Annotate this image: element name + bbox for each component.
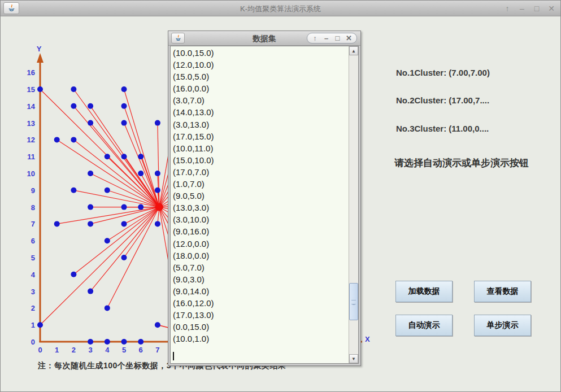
data-point [88, 221, 93, 227]
data-point [71, 137, 76, 142]
list-item: (16.0,12.0) [173, 297, 349, 309]
data-point [155, 171, 160, 176]
list-item: (5.0,7.0) [173, 262, 349, 273]
data-point [88, 289, 93, 294]
list-item: (13.0,3.0) [173, 202, 349, 214]
scroll-down-button[interactable]: ▼ [349, 354, 358, 363]
list-item: (1.0,7.0) [173, 178, 349, 190]
dialog-titlebar[interactable]: 数据集 ↑ – □ ✕ [168, 31, 360, 46]
y-tick-label: 16 [27, 68, 35, 77]
data-point [121, 339, 127, 345]
x-tick-label: 7 [155, 346, 159, 354]
cluster-line [90, 123, 159, 207]
dialog-shade-up-icon[interactable]: ↑ [311, 33, 319, 43]
dataset-dialog: 数据集 ↑ – □ ✕ (10.0,15.0)(12.0,10.0)(15.0,… [168, 31, 361, 366]
x-tick-label: 0 [38, 346, 42, 354]
list-item: (12.0,10.0) [173, 59, 349, 71]
data-point [88, 103, 93, 109]
data-point [105, 154, 110, 159]
data-point [71, 86, 76, 92]
list-item: (12.0,0.0) [173, 238, 349, 250]
y-tick-label: 10 [27, 169, 35, 178]
data-point [121, 120, 127, 126]
y-tick-label: 4 [31, 271, 36, 279]
list-item: (9.0,3.0) [173, 273, 349, 285]
cluster-line [73, 89, 159, 207]
cluster-line [90, 207, 159, 291]
data-point [71, 103, 76, 109]
dialog-maximize-icon[interactable]: □ [334, 33, 341, 43]
list-item: (10.0,1.0) [173, 333, 349, 345]
list-item: (3.0,7.0) [173, 94, 349, 106]
cluster1-label: No.1Cluster: (7.00,7.00) [396, 68, 490, 77]
list-item: (10.0,15.0) [173, 47, 349, 59]
data-point [105, 339, 110, 345]
data-point [88, 171, 93, 176]
data-point [71, 272, 76, 277]
list-item: (16.0,0.0) [173, 82, 349, 94]
y-tick-label: 15 [27, 85, 35, 94]
dialog-minimize-icon[interactable]: – [323, 33, 330, 43]
scrollbar[interactable]: ▲ ▼ [349, 46, 358, 363]
dialog-body: (10.0,15.0)(12.0,10.0)(15.0,5.0)(16.0,0.… [170, 46, 359, 364]
data-point [138, 204, 143, 210]
x-tick-label: 4 [105, 346, 110, 354]
data-point [138, 171, 143, 176]
data-point [88, 204, 93, 210]
y-tick-label: 3 [31, 288, 35, 296]
x-tick-label: 5 [122, 346, 126, 354]
cluster-line [73, 140, 159, 207]
data-point [105, 238, 110, 243]
cluster-line [73, 207, 159, 275]
data-point [155, 120, 160, 126]
y-axis-label: Y [37, 45, 42, 53]
cluster-line [124, 123, 159, 207]
y-tick-label: 9 [31, 186, 35, 195]
y-tick-label: 1 [31, 321, 35, 329]
step-demo-button[interactable]: 单步演示 [474, 315, 531, 336]
cluster-line [57, 207, 159, 224]
cluster-center [155, 203, 163, 211]
list-item: (3.0,13.0) [173, 119, 349, 130]
y-tick-label: 5 [31, 254, 35, 262]
data-point [121, 221, 127, 227]
data-point [105, 305, 110, 311]
load-data-button[interactable]: 加载数据 [395, 281, 453, 302]
data-point [155, 188, 160, 193]
y-tick-label: 14 [27, 102, 36, 111]
list-item: (18.0,0.0) [173, 250, 349, 262]
data-point [121, 255, 127, 260]
list-item: (17.0,15.0) [173, 130, 349, 142]
data-point [88, 120, 93, 126]
y-tick-label: 0 [31, 338, 35, 346]
data-point [105, 188, 110, 193]
cluster3-label: No.3Cluster: (11.00,0.... [396, 124, 489, 133]
auto-demo-button[interactable]: 自动演示 [395, 315, 453, 336]
data-point [37, 322, 43, 328]
data-point [71, 188, 76, 193]
list-item: (9.0,5.0) [173, 190, 349, 202]
text-caret [173, 352, 174, 360]
dialog-controls: ↑ – □ ✕ [307, 33, 357, 43]
cluster-line [73, 106, 159, 207]
view-data-button[interactable]: 查看数据 [474, 281, 531, 302]
list-item: (10.0,11.0) [173, 142, 349, 154]
data-point [121, 204, 127, 210]
dataset-list[interactable]: (10.0,15.0)(12.0,10.0)(15.0,5.0)(16.0,0.… [171, 46, 349, 363]
data-point [88, 339, 93, 345]
scroll-thumb[interactable] [349, 283, 358, 320]
y-tick-label: 13 [27, 119, 35, 128]
x-tick-label: 1 [55, 346, 59, 354]
dialog-close-icon[interactable]: ✕ [345, 33, 353, 43]
y-tick-label: 2 [31, 304, 35, 312]
list-item: (17.0,7.0) [173, 166, 349, 178]
cluster-line [107, 207, 159, 308]
list-item: (14.0,13.0) [173, 106, 349, 118]
data-point [121, 154, 127, 159]
data-point [138, 154, 143, 159]
y-tick-label: 7 [31, 220, 35, 228]
data-point [54, 221, 60, 227]
x-tick-label: 2 [72, 346, 76, 354]
scroll-up-button[interactable]: ▲ [349, 46, 358, 55]
y-tick-label: 12 [27, 136, 35, 144]
